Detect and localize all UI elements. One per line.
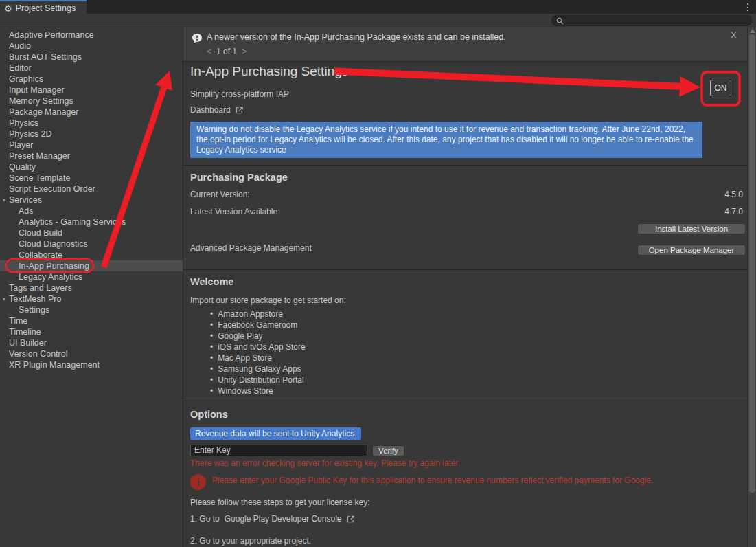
scroll-up-icon[interactable] bbox=[750, 29, 755, 33]
sidebar-item-label: TextMesh Pro bbox=[9, 294, 61, 304]
sidebar-item-label: Adaptive Performance bbox=[9, 30, 94, 40]
install-latest-version-button[interactable]: Install Latest Version bbox=[637, 223, 746, 234]
dashboard-link[interactable]: Dashboard bbox=[190, 105, 244, 115]
step-1-prefix: 1. Go to bbox=[190, 514, 220, 524]
sidebar-item-cloud-build[interactable]: Cloud Build bbox=[0, 227, 183, 238]
window-title: Project Settings bbox=[16, 3, 76, 13]
store-list-item: •Google Play bbox=[183, 331, 747, 342]
sidebar-item-label: Physics 2D bbox=[9, 129, 52, 139]
current-version-value: 4.5.0 bbox=[724, 190, 743, 199]
gear-icon: ⚙ bbox=[4, 4, 12, 13]
sidebar-item-label: Services bbox=[9, 195, 42, 205]
error-info-icon: i bbox=[190, 474, 206, 490]
sidebar-item-adaptive-performance[interactable]: Adaptive Performance bbox=[0, 30, 183, 41]
divider bbox=[183, 401, 747, 401]
store-list-item: •Mac App Store bbox=[183, 353, 747, 364]
sidebar-item-memory-settings[interactable]: Memory Settings bbox=[0, 96, 183, 107]
step-2: 2. Go to your appropriate project. bbox=[190, 536, 311, 546]
google-play-console-link[interactable]: Google Play Developer Console bbox=[225, 514, 342, 524]
sidebar-item-tags-and-layers[interactable]: Tags and Layers bbox=[0, 282, 183, 293]
simplify-iap-label: Simplify cross-platform IAP bbox=[190, 89, 289, 99]
sidebar-item-package-manager[interactable]: Package Manager bbox=[0, 107, 183, 118]
sidebar-item-label: Cloud Diagnostics bbox=[19, 239, 88, 249]
pager-next-icon[interactable]: > bbox=[242, 47, 247, 56]
store-name: Amazon Appstore bbox=[218, 309, 283, 319]
sidebar-item-graphics[interactable]: Graphics bbox=[0, 74, 183, 85]
close-icon[interactable]: X bbox=[731, 30, 737, 41]
open-package-manager-button[interactable]: Open Package Manager bbox=[637, 245, 746, 256]
verify-button[interactable]: Verify bbox=[372, 445, 404, 456]
search-box[interactable] bbox=[551, 15, 752, 26]
sidebar-item-physics-2d[interactable]: Physics 2D bbox=[0, 129, 183, 139]
sidebar-item-version-control[interactable]: Version Control bbox=[0, 348, 183, 359]
tab-project-settings[interactable]: ⚙ Project Settings bbox=[0, 0, 87, 14]
notification-message: A newer version of the In-App Purchasing… bbox=[207, 32, 506, 42]
current-version-label: Current Version: bbox=[190, 190, 250, 199]
sidebar-item-label: Script Execution Order bbox=[9, 184, 95, 194]
step-1: 1. Go to Google Play Developer Console bbox=[190, 514, 355, 524]
foldout-icon[interactable]: ▼ bbox=[1, 294, 7, 305]
alert-bubble-icon bbox=[192, 33, 203, 44]
sidebar-item-ui-builder[interactable]: UI Builder bbox=[0, 337, 183, 348]
scrollbar-thumb[interactable] bbox=[749, 34, 755, 493]
sidebar-item-scene-template[interactable]: Scene Template bbox=[0, 172, 183, 183]
vertical-scrollbar[interactable] bbox=[747, 27, 756, 547]
sidebar-item-label: In-App Purchasing bbox=[19, 261, 89, 271]
sidebar-item-label: XR Plugin Management bbox=[9, 360, 100, 370]
kebab-menu-icon[interactable]: ⋮ bbox=[743, 1, 753, 12]
sidebar-item-label: Memory Settings bbox=[9, 96, 73, 106]
iap-enabled-toggle[interactable]: ON bbox=[710, 80, 731, 96]
sidebar-item-label: Settings bbox=[19, 305, 49, 315]
bullet-icon: • bbox=[210, 342, 213, 352]
welcome-heading: Welcome bbox=[190, 276, 233, 287]
sidebar-item-label: Player bbox=[9, 140, 33, 150]
store-list-item: •Samsung Galaxy Apps bbox=[183, 364, 747, 375]
sidebar-item-audio[interactable]: Audio bbox=[0, 41, 183, 52]
sidebar-item-label: Preset Manager bbox=[9, 151, 70, 161]
revenue-analytics-note: Revenue data will be sent to Unity Analy… bbox=[190, 427, 361, 440]
notification-pager: < 1 of 1 > bbox=[207, 47, 247, 56]
store-list-item: •iOS and tvOs App Store bbox=[183, 342, 747, 353]
foldout-icon[interactable]: ▼ bbox=[1, 195, 7, 206]
sidebar-item-editor[interactable]: Editor bbox=[0, 63, 183, 74]
sidebar-item-in-app-purchasing[interactable]: In-App Purchasing bbox=[0, 260, 183, 271]
sidebar-item-time[interactable]: Time bbox=[0, 315, 183, 326]
sidebar-item-player[interactable]: Player bbox=[0, 139, 183, 150]
sidebar-item-label: Input Manager bbox=[9, 85, 65, 95]
sidebar-item-input-manager[interactable]: Input Manager bbox=[0, 85, 183, 96]
sidebar-item-label: Audio bbox=[9, 41, 31, 51]
sidebar-item-timeline[interactable]: Timeline bbox=[0, 326, 183, 337]
sidebar-item-label: Analytics - Gaming Services bbox=[19, 217, 126, 227]
sidebar-item-xr-plugin-management[interactable]: XR Plugin Management bbox=[0, 359, 183, 370]
sidebar-item-ads[interactable]: Ads bbox=[0, 205, 183, 216]
sidebar-item-cloud-diagnostics[interactable]: Cloud Diagnostics bbox=[0, 238, 183, 249]
sidebar-item-quality[interactable]: Quality bbox=[0, 161, 183, 172]
sidebar-item-label: Legacy Analytics bbox=[19, 272, 82, 282]
sidebar-item-collaborate[interactable]: Collaborate bbox=[0, 249, 183, 260]
toolbar bbox=[0, 14, 756, 27]
sidebar-item-label: Quality bbox=[9, 162, 36, 172]
sidebar-item-label: Collaborate bbox=[19, 250, 62, 260]
sidebar-item-script-execution-order[interactable]: Script Execution Order bbox=[0, 183, 183, 194]
google-public-key-note: Please enter your Google Public Key for … bbox=[212, 476, 653, 485]
bullet-icon: • bbox=[210, 386, 213, 396]
settings-panel: A newer version of the In-App Purchasing… bbox=[183, 27, 747, 547]
sidebar-item-label: Timeline bbox=[9, 327, 41, 337]
sidebar-item-services[interactable]: ▼Services bbox=[0, 194, 183, 205]
key-check-error: There was an error checking server for e… bbox=[190, 458, 460, 468]
sidebar-item-settings[interactable]: Settings bbox=[0, 304, 183, 315]
sidebar-item-label: Ads bbox=[19, 206, 34, 216]
pager-prev-icon[interactable]: < bbox=[207, 47, 211, 56]
purchasing-package-heading: Purchasing Package bbox=[190, 172, 288, 183]
sidebar-item-physics[interactable]: Physics bbox=[0, 118, 183, 129]
sidebar-item-preset-manager[interactable]: Preset Manager bbox=[0, 150, 183, 161]
sidebar-item-analytics-gaming-services[interactable]: Analytics - Gaming Services bbox=[0, 216, 183, 227]
dashboard-label: Dashboard bbox=[190, 105, 231, 115]
sidebar-item-burst-aot-settings[interactable]: Burst AOT Settings bbox=[0, 52, 183, 63]
store-name: Google Play bbox=[218, 331, 262, 341]
page-title: In-App Purchasing Settings bbox=[190, 64, 348, 79]
sidebar-item-legacy-analytics[interactable]: Legacy Analytics bbox=[0, 271, 183, 282]
enter-key-input[interactable]: Enter Key bbox=[190, 445, 367, 456]
sidebar-item-textmesh-pro[interactable]: ▼TextMesh Pro bbox=[0, 293, 183, 304]
search-input[interactable] bbox=[564, 16, 735, 25]
